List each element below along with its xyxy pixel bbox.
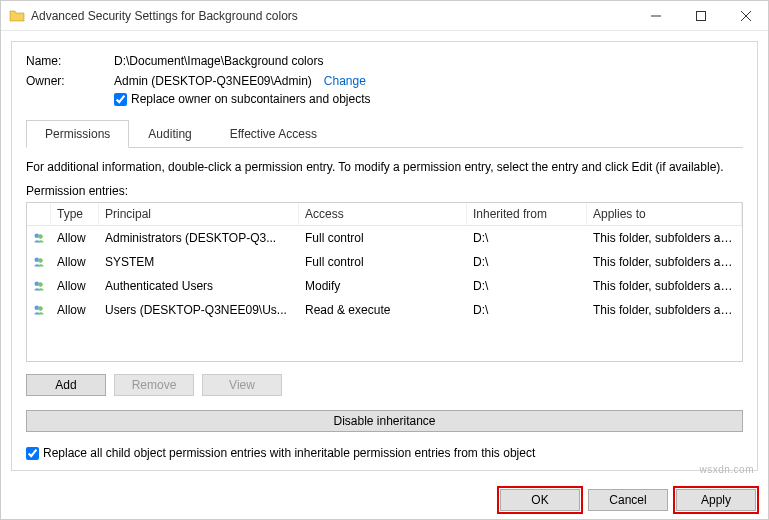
window: Advanced Security Settings for Backgroun… (0, 0, 769, 520)
svg-point-2 (38, 234, 43, 239)
owner-row: Owner: Admin (DESKTOP-Q3NEE09\Admin) Cha… (26, 74, 743, 106)
table-row[interactable]: AllowAdministrators (DESKTOP-Q3...Full c… (27, 226, 742, 250)
svg-point-7 (35, 306, 40, 311)
window-title: Advanced Security Settings for Backgroun… (31, 9, 633, 23)
cell-principal: SYSTEM (99, 253, 299, 271)
users-icon (27, 300, 51, 320)
cell-principal: Users (DESKTOP-Q3NEE09\Us... (99, 301, 299, 319)
table-row[interactable]: AllowSYSTEMFull controlD:\This folder, s… (27, 250, 742, 274)
name-value: D:\Document\Image\Background colors (114, 54, 743, 68)
name-row: Name: D:\Document\Image\Background color… (26, 54, 743, 68)
col-access-header[interactable]: Access (299, 203, 467, 225)
table-row[interactable]: AllowUsers (DESKTOP-Q3NEE09\Us...Read & … (27, 298, 742, 322)
cell-principal: Authenticated Users (99, 277, 299, 295)
cell-access: Read & execute (299, 301, 467, 319)
replace-all-label: Replace all child object permission entr… (43, 446, 535, 460)
users-icon (27, 228, 51, 248)
svg-point-4 (38, 258, 43, 263)
entry-buttons: Add Remove View (26, 374, 743, 396)
replace-owner-label: Replace owner on subcontainers and objec… (131, 92, 370, 106)
cell-applies: This folder, subfolders and files (587, 301, 742, 319)
tab-effective-access[interactable]: Effective Access (211, 120, 336, 148)
col-applies-header[interactable]: Applies to (587, 203, 742, 225)
col-inherited-header[interactable]: Inherited from (467, 203, 587, 225)
disable-inheritance-button[interactable]: Disable inheritance (26, 410, 743, 432)
apply-button[interactable]: Apply (676, 489, 756, 511)
users-icon (27, 252, 51, 272)
remove-button[interactable]: Remove (114, 374, 194, 396)
name-label: Name: (26, 54, 114, 68)
cell-inherited: D:\ (467, 253, 587, 271)
users-icon (27, 276, 51, 296)
ok-button[interactable]: OK (500, 489, 580, 511)
cell-applies: This folder, subfolders and files (587, 253, 742, 271)
cell-inherited: D:\ (467, 277, 587, 295)
maximize-button[interactable] (678, 1, 723, 30)
cell-access: Full control (299, 253, 467, 271)
cell-inherited: D:\ (467, 229, 587, 247)
add-button[interactable]: Add (26, 374, 106, 396)
minimize-button[interactable] (633, 1, 678, 30)
replace-all-input[interactable] (26, 447, 39, 460)
owner-value: Admin (DESKTOP-Q3NEE09\Admin) (114, 74, 312, 88)
content: Name: D:\Document\Image\Background color… (1, 31, 768, 481)
cell-access: Modify (299, 277, 467, 295)
titlebar: Advanced Security Settings for Backgroun… (1, 1, 768, 31)
col-icon-header (27, 203, 51, 225)
svg-point-5 (35, 282, 40, 287)
tabs: Permissions Auditing Effective Access (26, 120, 743, 148)
view-button[interactable]: View (202, 374, 282, 396)
svg-point-3 (35, 258, 40, 263)
cell-applies: This folder, subfolders and files (587, 277, 742, 295)
owner-label: Owner: (26, 74, 114, 88)
table-header[interactable]: Type Principal Access Inherited from App… (27, 203, 742, 226)
cell-type: Allow (51, 229, 99, 247)
svg-point-1 (35, 234, 40, 239)
permission-entries-table: Type Principal Access Inherited from App… (26, 202, 743, 362)
tab-permissions[interactable]: Permissions (26, 120, 129, 148)
replace-owner-input[interactable] (114, 93, 127, 106)
cancel-button[interactable]: Cancel (588, 489, 668, 511)
col-principal-header[interactable]: Principal (99, 203, 299, 225)
folder-icon (9, 8, 25, 24)
inner-panel: Name: D:\Document\Image\Background color… (11, 41, 758, 471)
table-row[interactable]: AllowAuthenticated UsersModifyD:\This fo… (27, 274, 742, 298)
cell-type: Allow (51, 253, 99, 271)
change-owner-link[interactable]: Change (324, 74, 366, 88)
svg-point-8 (38, 306, 43, 311)
info-text: For additional information, double-click… (26, 160, 743, 174)
replace-all-checkbox[interactable]: Replace all child object permission entr… (26, 446, 743, 460)
replace-owner-checkbox[interactable]: Replace owner on subcontainers and objec… (114, 92, 743, 106)
col-type-header[interactable]: Type (51, 203, 99, 225)
close-button[interactable] (723, 1, 768, 30)
cell-applies: This folder, subfolders and files (587, 229, 742, 247)
cell-inherited: D:\ (467, 301, 587, 319)
table-body: AllowAdministrators (DESKTOP-Q3...Full c… (27, 226, 742, 322)
svg-rect-0 (696, 11, 705, 20)
cell-type: Allow (51, 277, 99, 295)
tab-auditing[interactable]: Auditing (129, 120, 210, 148)
cell-principal: Administrators (DESKTOP-Q3... (99, 229, 299, 247)
footer: OK Cancel Apply (1, 481, 768, 519)
cell-type: Allow (51, 301, 99, 319)
window-buttons (633, 1, 768, 30)
cell-access: Full control (299, 229, 467, 247)
svg-point-6 (38, 282, 43, 287)
entries-label: Permission entries: (26, 184, 743, 198)
